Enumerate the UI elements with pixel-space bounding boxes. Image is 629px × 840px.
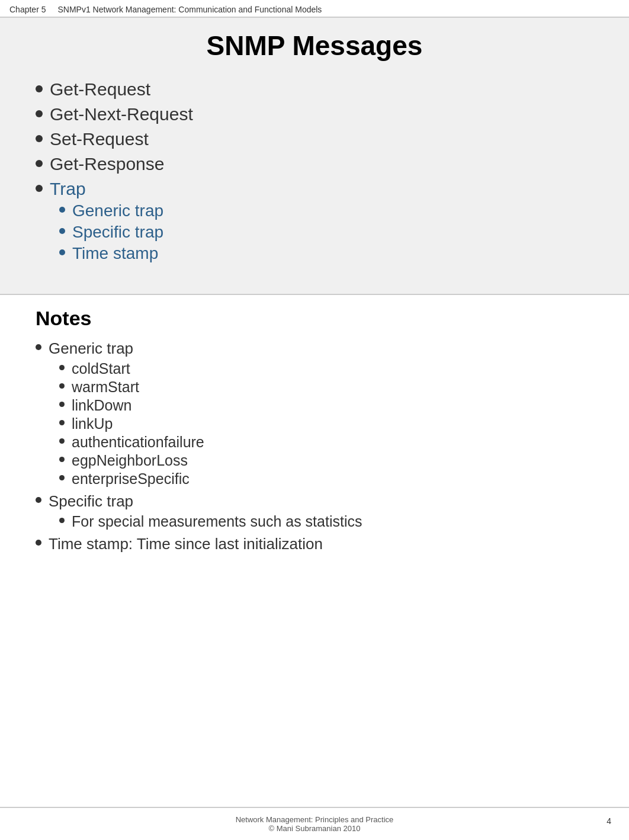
egpneighborloss-text: egpNeighborLoss (72, 452, 188, 469)
bullet-trap: Trap Generic trap Specific trap Time sta… (36, 179, 593, 265)
sub-bullet-dot (59, 249, 65, 255)
bullet-dot (36, 110, 43, 117)
authfailure-text: authenticationfailure (72, 434, 204, 451)
notes-time-stamp-text: Time stamp: Time since last initializati… (49, 535, 323, 553)
sub-generic-trap-text: Generic trap (72, 201, 163, 220)
notes-section: Notes Generic trap coldStart warmStart (0, 295, 629, 808)
for-special-text: For special measurements such as statist… (72, 513, 362, 530)
notes-bullet-specific-trap: Specific trap For special measurements s… (36, 492, 593, 531)
chapter-label: Chapter 5 (9, 5, 46, 14)
sub-bullet-generic-trap: Generic trap (59, 201, 163, 220)
bullet-get-response: Get-Response (36, 154, 593, 174)
bullet-dot (36, 85, 43, 92)
bullet-dot (36, 497, 41, 503)
specific-trap-sub-list: For special measurements such as statist… (59, 513, 362, 530)
notes-bullet-list: Generic trap coldStart warmStart linkDow… (36, 339, 593, 553)
notes-sub-linkup: linkUp (59, 415, 204, 432)
bullet-get-request: Get-Request (36, 79, 593, 100)
warmstart-text: warmStart (72, 379, 139, 396)
sub-bullet-dot (59, 475, 65, 480)
page-number: 4 (606, 816, 611, 826)
linkup-text: linkUp (72, 415, 113, 432)
notes-sub-authfailure: authenticationfailure (59, 434, 204, 451)
footer-line2: © Mani Subramanian 2010 (9, 824, 620, 833)
notes-sub-coldstart: coldStart (59, 360, 204, 377)
sub-bullet-dot (59, 518, 65, 523)
notes-specific-trap-text: Specific trap (49, 492, 133, 511)
main-bullet-list: Get-Request Get-Next-Request Set-Request… (36, 79, 593, 265)
header-bar: Chapter 5 SNMPv1 Network Management: Com… (0, 0, 629, 18)
sub-bullet-time-stamp: Time stamp (59, 244, 163, 263)
notes-title: Notes (36, 307, 593, 330)
generic-trap-sub-list: coldStart warmStart linkDown linkUp (59, 360, 204, 488)
footer: Network Management: Principles and Pract… (0, 808, 629, 840)
bullet-get-response-text: Get-Response (50, 154, 164, 174)
trap-sub-list: Generic trap Specific trap Time stamp (59, 201, 163, 263)
sub-bullet-dot (59, 457, 65, 462)
main-slide: SNMP Messages Get-Request Get-Next-Reque… (0, 18, 629, 295)
footer-line1: Network Management: Principles and Pract… (9, 815, 620, 824)
sub-bullet-dot (59, 365, 65, 370)
notes-bullet-time-stamp: Time stamp: Time since last initializati… (36, 535, 593, 553)
notes-generic-trap-text: Generic trap (49, 339, 133, 358)
notes-sub-for-special: For special measurements such as statist… (59, 513, 362, 530)
bullet-get-next-request: Get-Next-Request (36, 104, 593, 124)
bullet-trap-text: Trap (50, 179, 86, 199)
sub-bullet-dot (59, 438, 65, 444)
sub-bullet-dot (59, 420, 65, 425)
notes-bullet-generic-trap: Generic trap coldStart warmStart linkDow… (36, 339, 593, 489)
bullet-dot (36, 540, 41, 546)
coldstart-text: coldStart (72, 360, 130, 377)
bullet-dot (36, 135, 43, 142)
bullet-get-request-text: Get-Request (50, 79, 150, 100)
bullet-get-next-request-text: Get-Next-Request (50, 104, 193, 124)
bullet-dot (36, 185, 43, 192)
notes-sub-egpneighborloss: egpNeighborLoss (59, 452, 204, 469)
sub-bullet-dot (59, 383, 65, 389)
slide-title: SNMP Messages (36, 30, 593, 62)
notes-sub-linkdown: linkDown (59, 397, 204, 414)
bullet-dot (36, 344, 41, 350)
bullet-set-request: Set-Request (36, 129, 593, 149)
enterprisespecific-text: enterpriseSpecific (72, 470, 190, 488)
sub-bullet-dot (59, 207, 65, 213)
bullet-dot (36, 160, 43, 167)
header-subtitle: SNMPv1 Network Management: Communication… (57, 5, 322, 14)
sub-time-stamp-text: Time stamp (72, 244, 158, 263)
sub-bullet-dot (59, 402, 65, 407)
notes-sub-enterprisespecific: enterpriseSpecific (59, 470, 204, 488)
sub-specific-trap-text: Specific trap (72, 223, 163, 242)
linkdown-text: linkDown (72, 397, 131, 414)
notes-sub-warmstart: warmStart (59, 379, 204, 396)
bullet-set-request-text: Set-Request (50, 129, 149, 149)
sub-bullet-specific-trap: Specific trap (59, 223, 163, 242)
sub-bullet-dot (59, 228, 65, 234)
